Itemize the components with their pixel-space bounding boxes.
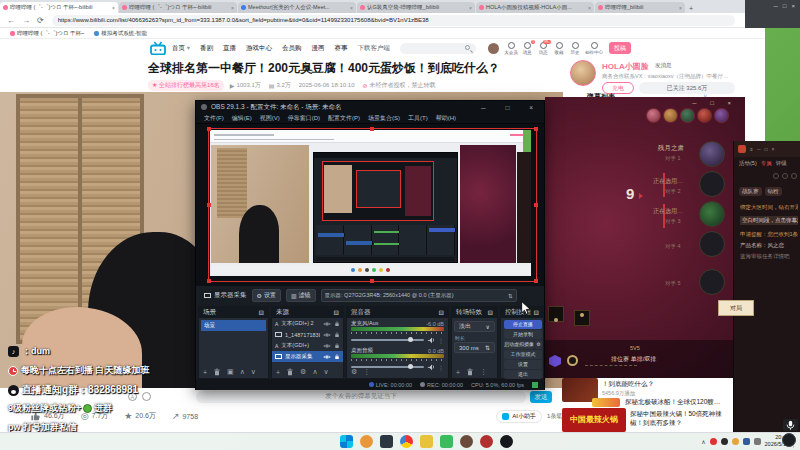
- settings-button[interactable]: 设置: [504, 360, 542, 369]
- nav-favorites[interactable]: 收藏: [551, 42, 567, 55]
- rec-video-title[interactable]: ！到底能吃什么？: [602, 380, 720, 389]
- move-up-icon[interactable]: ∧: [240, 368, 245, 376]
- resize-handle[interactable]: [370, 279, 374, 283]
- rec-video-title[interactable]: 探秘中国最辣火锅！50倍死神辣椒！到底有多辣？: [630, 409, 726, 431]
- app-icon-wechat[interactable]: [440, 435, 453, 448]
- studio-mode-button[interactable]: 工作室模式: [504, 350, 542, 359]
- minimize-icon[interactable]: ─: [757, 146, 761, 152]
- eye-icon[interactable]: [323, 332, 331, 338]
- menu-tools[interactable]: 工具(T): [408, 114, 428, 123]
- virtual-camera-button[interactable]: 启动虚拟摄像机: [504, 340, 534, 349]
- resize-handle[interactable]: [207, 279, 211, 283]
- lock-icon[interactable]: [334, 343, 340, 349]
- tab-exclusive[interactable]: 专属: [761, 160, 772, 167]
- filter-team[interactable]: 战队赛: [739, 187, 762, 196]
- resize-handle[interactable]: [207, 203, 211, 207]
- eye-icon[interactable]: [323, 321, 331, 327]
- tab-activities[interactable]: 活动(5): [739, 160, 757, 167]
- app-icon-obs[interactable]: [480, 435, 493, 448]
- add-icon[interactable]: +: [203, 369, 207, 376]
- user-avatar[interactable]: [488, 43, 499, 54]
- danmaku-input[interactable]: 发个友善的弹幕见证当下: [196, 391, 526, 403]
- source-item[interactable]: 1_1487171838173_0: [272, 329, 343, 340]
- menu-file[interactable]: 文件(F): [204, 114, 224, 123]
- capture-selection-rect[interactable]: [208, 128, 537, 282]
- source-item[interactable]: A文本(GDI+): [272, 340, 343, 351]
- menu-docks[interactable]: 停靠窗口(D): [288, 114, 320, 123]
- back-icon[interactable]: ←: [7, 16, 15, 25]
- browser-tab[interactable]: HOLA小圆脸投稿视频-HOLA小圆...×: [476, 2, 594, 13]
- search-input[interactable]: [400, 43, 476, 54]
- menu-edit[interactable]: 编辑(E): [232, 114, 252, 123]
- little-legend-thumb[interactable]: [548, 306, 564, 322]
- tray-icon[interactable]: [743, 438, 750, 445]
- nav-live[interactable]: 直播: [223, 44, 236, 53]
- menu-scene-collection[interactable]: 场景集合(S): [368, 114, 400, 123]
- browser-tab[interactable]: Meethour|完美的个人会议-Meet...×: [238, 2, 356, 13]
- gear-icon[interactable]: ⚙: [300, 368, 306, 376]
- mixer-panel-header[interactable]: 混音器⊟: [347, 307, 448, 318]
- forward-icon[interactable]: →: [22, 16, 30, 25]
- trash-icon[interactable]: [466, 368, 474, 376]
- minimize-icon[interactable]: ─: [774, 3, 778, 28]
- bookmark-item[interactable]: 哔哩哔哩 (゜-゜)つロ 干杯~: [10, 30, 84, 37]
- app-icon-explorer[interactable]: [380, 435, 393, 448]
- nav-esports[interactable]: 赛事: [335, 44, 348, 53]
- close-icon[interactable]: ×: [772, 146, 775, 152]
- menu-view[interactable]: 视图(V): [260, 114, 280, 123]
- nav-home[interactable]: 首页 ▾: [172, 44, 190, 53]
- eye-icon[interactable]: [323, 354, 331, 360]
- lock-icon[interactable]: [334, 332, 340, 338]
- tab-close-icon[interactable]: ×: [469, 5, 472, 11]
- tray-icon[interactable]: [754, 438, 761, 445]
- new-tab-button[interactable]: +: [689, 5, 693, 12]
- eye-icon[interactable]: [323, 343, 331, 349]
- nav-vip[interactable]: 大会员: [503, 42, 519, 55]
- source-item-selected[interactable]: 显示器采集: [272, 351, 343, 362]
- favorite-button[interactable]: ★20.6万: [124, 411, 156, 421]
- app-icon-folder[interactable]: [420, 435, 433, 448]
- duration-spinner[interactable]: 300 ms⇅: [454, 342, 495, 353]
- tab-close-icon[interactable]: ×: [231, 5, 234, 11]
- speaker-icon[interactable]: [427, 363, 435, 371]
- rank-badge[interactable]: ★ 全站排行榜最高第16名: [148, 80, 224, 91]
- trash-icon[interactable]: [213, 368, 221, 376]
- share-button[interactable]: ↗9758: [172, 411, 198, 421]
- source-settings-button[interactable]: ⚙设置: [252, 289, 281, 302]
- dots-icon[interactable]: ⋮: [480, 368, 487, 376]
- nav-bangumi[interactable]: 番剧: [200, 44, 213, 53]
- scene-item[interactable]: 场景: [201, 320, 266, 331]
- duplicate-icon[interactable]: ▣: [227, 368, 234, 376]
- maximize-icon[interactable]: □: [783, 3, 787, 28]
- resize-handle[interactable]: [534, 203, 538, 207]
- tray-icon[interactable]: [732, 438, 739, 445]
- browser-tab[interactable]: 哔哩哔哩 (゜-゜)つロ 干杯~-bilibili×: [119, 2, 237, 13]
- resize-handle[interactable]: [534, 127, 538, 131]
- tab-close-icon[interactable]: ×: [588, 5, 591, 11]
- tray-icon[interactable]: [710, 438, 717, 445]
- bilibili-logo-icon[interactable]: [150, 41, 166, 55]
- game-window-controls[interactable]: ─ □ ×: [692, 100, 737, 106]
- lock-icon[interactable]: [334, 354, 340, 360]
- tab-close-icon[interactable]: ×: [679, 5, 682, 11]
- rec-video-title[interactable]: 探秘北极破冰船！全球仅120艘！船上: [625, 398, 725, 407]
- dots-icon[interactable]: ⋮: [363, 368, 370, 376]
- volume-slider[interactable]: [351, 339, 424, 341]
- tray-icon[interactable]: [721, 438, 728, 445]
- filters-button[interactable]: ▥滤镜: [286, 289, 316, 302]
- resize-handle[interactable]: [207, 127, 211, 131]
- app-icon-qq[interactable]: [460, 435, 473, 448]
- address-bar[interactable]: https://www.bilibili.com/list/406636263?…: [52, 15, 735, 26]
- transitions-panel-header[interactable]: 转场特效⊟: [452, 307, 497, 318]
- uploader-name[interactable]: HOLA小圆脸: [602, 61, 649, 72]
- ai-assistant-button[interactable]: AI小助手: [496, 410, 542, 423]
- rec-thumbnail[interactable]: 中国最辣火锅: [562, 408, 626, 432]
- obs-window-controls[interactable]: ─ □ ×: [481, 104, 542, 111]
- browser-tab[interactable]: 哔哩哔哩_bilibili×: [595, 2, 685, 13]
- tray-expand-icon[interactable]: ∧: [701, 438, 705, 445]
- obs-titlebar[interactable]: OBS 29.1.3 - 配置文件: 未命名 - 场景: 未命名 ─ □ ×: [196, 101, 544, 113]
- tab-close-icon[interactable]: ×: [350, 5, 353, 11]
- speaker-icon[interactable]: [427, 336, 435, 344]
- dots-icon[interactable]: ⋮: [438, 364, 444, 371]
- uploader-avatar[interactable]: [570, 60, 596, 86]
